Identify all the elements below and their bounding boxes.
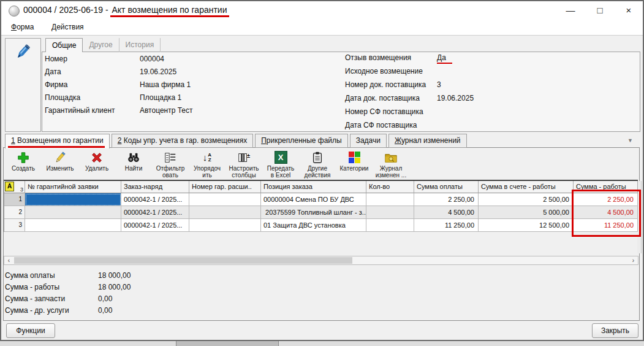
field-otzyv-value[interactable]: Да [437, 53, 452, 64]
column-marker-a-icon: A [5, 182, 14, 191]
field-nomer-dok-value[interactable]: 3 [437, 80, 441, 89]
cell-payment[interactable]: 2 250,00 [414, 193, 479, 206]
categories-button-label: Категории [338, 165, 370, 172]
cell-payment[interactable]: 4 500,00 [414, 206, 479, 219]
cell-works[interactable]: 4 500,00 [574, 206, 638, 219]
cell-claim[interactable] [25, 193, 121, 206]
cell-order[interactable]: 0000042-1 / 2025... [121, 206, 189, 219]
col-header-works[interactable]: Сумма - работы [574, 181, 638, 193]
col-header-position[interactable]: Позиция заказа [261, 181, 366, 193]
menu-forma-rest: орма [17, 23, 34, 31]
tab-change-journal[interactable]: Журнал изменений [388, 134, 467, 148]
field-data-dok-value[interactable]: 19.06.2025 [437, 94, 474, 102]
close-button[interactable]: × [619, 2, 638, 18]
sort-button[interactable]: ↓AZ Упорядоч ить [189, 149, 225, 179]
change-log-label2: изменен ... [375, 172, 407, 179]
field-firma-label: Фирма [45, 80, 67, 89]
tab-warranty-reimbursements-rest: Возмещения по гарантии [15, 136, 104, 145]
tab-drugoe[interactable]: Другое [83, 38, 119, 52]
col-header-qty[interactable]: Кол-во [366, 181, 414, 193]
field-nomer-value[interactable]: 000004 [140, 55, 164, 63]
configure-columns-button[interactable]: ± Настроить столбцы [225, 149, 262, 179]
cell-invoice-works[interactable]: 12 500,00 [479, 219, 574, 232]
excel-x-glyph: X [275, 151, 287, 164]
cell-works[interactable]: 2 250,00 [574, 193, 638, 206]
field-nomer-dok: Номер док. поставщика3 [345, 80, 633, 91]
scrollbar-thumb[interactable] [14, 257, 352, 264]
tab-tasks[interactable]: Задачи [350, 134, 387, 148]
cell-payment[interactable]: 11 250,00 [414, 219, 479, 232]
cell-works[interactable]: 11 250,00 [574, 219, 638, 232]
tab-mgmt-accounting-codes[interactable]: 2 Коды упр. учета в гар. возмещениях [112, 134, 253, 148]
maximize-button[interactable]: □ [590, 2, 610, 18]
excel-icon: X [265, 150, 297, 165]
functions-button[interactable]: Функции [6, 323, 55, 338]
scroll-right-arrow-icon[interactable]: › [629, 256, 638, 264]
export-excel-button[interactable]: X Передать в Excel [262, 149, 299, 179]
table-corner-cell[interactable]: A3 [4, 181, 25, 193]
cell-claim[interactable] [25, 219, 121, 232]
field-garantiyny-klient: Гарантийный клиентАвтоцентр Тест [45, 106, 339, 117]
col-header-payment[interactable]: Сумма оплаты [414, 181, 479, 193]
col-header-ext-warranty[interactable]: Номер гар. расши.. [189, 181, 261, 193]
row-number[interactable]: 1 [4, 193, 25, 206]
cell-order[interactable]: 0000042-1 / 2025... [121, 193, 189, 206]
window-title-prefix: 000004 / 2025-06-19 - [23, 5, 110, 15]
sort-arrow-glyph: ↓ [203, 152, 208, 163]
find-button-label: Найти [118, 165, 150, 172]
cell-position[interactable]: 20375599 Топливный шланг - з... [261, 206, 366, 219]
field-data-value[interactable]: 19.06.2025 [140, 67, 176, 76]
cell-qty[interactable] [366, 219, 414, 232]
clipboard-icon [301, 150, 333, 165]
cell-qty[interactable] [366, 206, 414, 219]
scroll-left-arrow-icon[interactable]: ‹ [4, 256, 13, 264]
field-data-label: Дата [45, 67, 61, 76]
col-header-claim[interactable]: № гарантийной заявки [25, 181, 121, 193]
plus-icon [7, 150, 39, 165]
horizontal-scrollbar[interactable]: ‹ › [4, 256, 638, 265]
close-dialog-button[interactable]: Закрыть [592, 323, 638, 338]
cell-invoice-works[interactable]: 2 500,00 [479, 193, 574, 206]
vertical-scrollbar[interactable] [637, 181, 642, 253]
col-header-invoice-works[interactable]: Сумма в счете - работы [479, 181, 574, 193]
cell-invoice-works[interactable]: 5 000,00 [479, 206, 574, 219]
cell-qty[interactable] [366, 193, 414, 206]
cell-ext[interactable] [189, 206, 261, 219]
menu-deystviya[interactable]: Действия [51, 23, 84, 31]
field-firma-value[interactable]: Наша фирма 1 [140, 80, 191, 89]
tab-istoriya[interactable]: История [119, 38, 161, 52]
tab-overflow-chevron-icon[interactable]: ▼ [627, 137, 633, 144]
categories-button[interactable]: Категории [336, 149, 373, 172]
tab-obschie[interactable]: Общие [45, 38, 83, 52]
find-button[interactable]: Найти [115, 149, 152, 172]
window-title-highlighted: Акт возмещения по гарантии [110, 5, 229, 17]
tab-tasks-rest: Задачи [356, 136, 381, 145]
menu-forma[interactable]: Форма [11, 23, 34, 31]
field-nomer-sf: Номер СФ поставщика [345, 107, 633, 118]
tab-attached-files[interactable]: Прикрепленные файлы [255, 134, 348, 148]
delete-button[interactable]: Удалить [78, 149, 115, 172]
menu-deystviya-accel: Д [51, 23, 56, 31]
cell-ext[interactable] [189, 193, 261, 206]
filter-icon [154, 150, 186, 165]
filter-button[interactable]: Отфильтр овать [152, 149, 189, 179]
create-button[interactable]: Создать [5, 149, 42, 172]
more-actions-button[interactable]: Другие действия [299, 149, 336, 179]
field-garantiyny-klient-value[interactable]: Автоцентр Тест [140, 106, 193, 115]
field-ploschadka-value[interactable]: Площадка 1 [140, 93, 181, 102]
cell-position[interactable]: 01 Защита ДВС установка [261, 219, 366, 232]
total-payment-value: 18 000,00 [98, 271, 131, 280]
row-number[interactable]: 3 [4, 219, 25, 232]
cell-position[interactable]: 00000004 Смена ПО БУ ДВС [261, 193, 366, 206]
cell-claim[interactable] [25, 206, 121, 219]
cell-ext[interactable] [189, 219, 261, 232]
tab-warranty-reimbursements[interactable]: 1 Возмещения по гарантии [5, 134, 110, 148]
delete-x-icon [81, 150, 113, 165]
edit-button[interactable]: Изменить [42, 149, 78, 172]
col-header-order[interactable]: Заказ-наряд [121, 181, 189, 193]
change-log-button[interactable]: Журнал изменен ... [373, 149, 409, 179]
row-number[interactable]: 2 [4, 206, 25, 219]
window-sphere-icon [9, 6, 20, 17]
minimize-button[interactable]: — [561, 2, 580, 18]
cell-order[interactable]: 0000042-1 / 2025... [121, 219, 189, 232]
